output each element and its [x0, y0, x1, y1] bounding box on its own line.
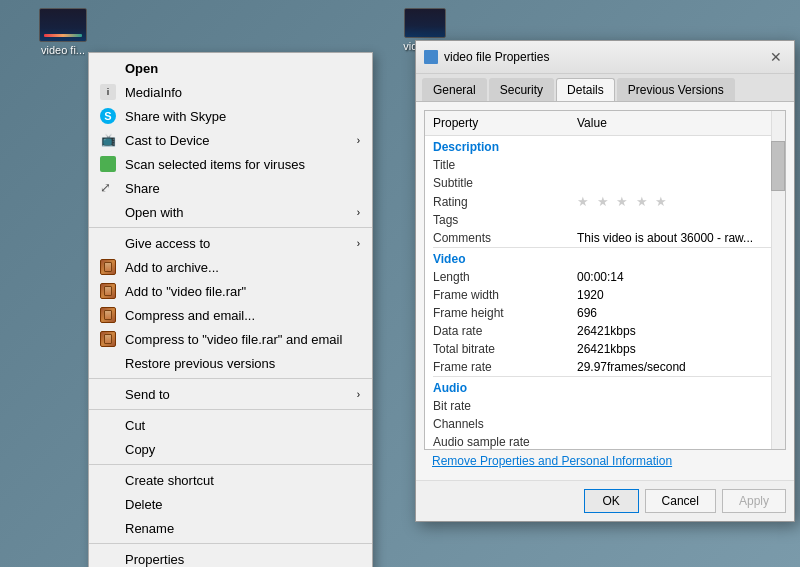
property-name: Data rate: [425, 322, 569, 340]
menu-item-open[interactable]: Open: [89, 56, 372, 80]
property-name: Subtitle: [425, 174, 569, 192]
table-row: Subtitle: [425, 174, 785, 192]
menu-item-add-rar[interactable]: Add to "video file.rar": [89, 279, 372, 303]
rating-stars[interactable]: ★ ★ ★ ★ ★: [577, 194, 669, 209]
menu-label-add-archive: Add to archive...: [125, 260, 360, 275]
property-name: Length: [425, 268, 569, 286]
property-name: Rating: [425, 192, 569, 211]
desktop-icon-video[interactable]: video fi...: [28, 8, 98, 56]
winrar-icon: [100, 331, 116, 347]
menu-label-add-rar: Add to "video file.rar": [125, 284, 360, 299]
menu-label-share-skype: Share with Skype: [125, 109, 360, 124]
remove-properties-link[interactable]: Remove Properties and Personal Informati…: [424, 450, 786, 472]
submenu-arrow-cast: ›: [357, 135, 360, 146]
menu-item-delete[interactable]: Delete: [89, 492, 372, 516]
property-value: [569, 397, 785, 415]
menu-item-give-access[interactable]: Give access to›: [89, 231, 372, 255]
menu-label-open-with: Open with: [125, 205, 357, 220]
table-row: Tags: [425, 211, 785, 229]
property-name: Bit rate: [425, 397, 569, 415]
menu-label-compress-email: Compress and email...: [125, 308, 360, 323]
property-value: 26421kbps: [569, 340, 785, 358]
table-row: Title: [425, 156, 785, 174]
property-name: Title: [425, 156, 569, 174]
menu-label-properties: Properties: [125, 552, 360, 567]
table-row: Frame width1920: [425, 286, 785, 304]
tab-general[interactable]: General: [422, 78, 487, 101]
submenu-arrow-send-to: ›: [357, 389, 360, 400]
menu-item-restore[interactable]: Restore previous versions: [89, 351, 372, 375]
mediainfo-icon: i: [100, 84, 116, 100]
menu-label-copy: Copy: [125, 442, 360, 457]
menu-item-create-shortcut[interactable]: Create shortcut: [89, 468, 372, 492]
menu-item-rename[interactable]: Rename: [89, 516, 372, 540]
menu-item-copy[interactable]: Copy: [89, 437, 372, 461]
desktop: video fi... video file OpeniMediaInfoSSh…: [0, 0, 800, 567]
menu-separator: [89, 543, 372, 544]
scrollbar[interactable]: [771, 111, 785, 449]
property-value: [569, 415, 785, 433]
property-name: Frame rate: [425, 358, 569, 376]
apply-button[interactable]: Apply: [722, 489, 786, 513]
menu-icon-add-archive: [97, 259, 119, 275]
scrollbar-thumb[interactable]: [771, 141, 785, 191]
section-label-video: Video: [425, 248, 785, 268]
cast-icon: 📺: [100, 132, 116, 148]
property-value: 1920: [569, 286, 785, 304]
menu-item-compress-rar-email[interactable]: Compress to "video file.rar" and email: [89, 327, 372, 351]
menu-item-cast[interactable]: 📺Cast to Device›: [89, 128, 372, 152]
table-row: Bit rate: [425, 397, 785, 415]
section-header-description: Description: [425, 136, 785, 157]
menu-item-cut[interactable]: Cut: [89, 413, 372, 437]
share-icon: ⤢: [100, 180, 116, 196]
winrar-icon: [100, 307, 116, 323]
menu-item-scan-virus[interactable]: Scan selected items for viruses: [89, 152, 372, 176]
menu-label-share: Share: [125, 181, 360, 196]
menu-icon-mediainfo: i: [97, 84, 119, 100]
menu-label-scan-virus: Scan selected items for viruses: [125, 157, 360, 172]
tab-security[interactable]: Security: [489, 78, 554, 101]
menu-item-share-skype[interactable]: SShare with Skype: [89, 104, 372, 128]
skype-icon: S: [100, 108, 116, 124]
menu-separator: [89, 409, 372, 410]
property-value: [569, 211, 785, 229]
menu-item-mediainfo[interactable]: iMediaInfo: [89, 80, 372, 104]
menu-icon-share-skype: S: [97, 108, 119, 124]
menu-item-open-with[interactable]: Open with›: [89, 200, 372, 224]
property-name: Channels: [425, 415, 569, 433]
menu-label-create-shortcut: Create shortcut: [125, 473, 360, 488]
tab-previous-versions[interactable]: Previous Versions: [617, 78, 735, 101]
dialog-titlebar[interactable]: video file Properties ✕: [416, 41, 794, 74]
menu-item-add-archive[interactable]: Add to archive...: [89, 255, 372, 279]
video-file-thumbnail2: [404, 8, 446, 38]
menu-item-send-to[interactable]: Send to›: [89, 382, 372, 406]
menu-label-open: Open: [125, 61, 360, 76]
winrar-icon: [100, 259, 116, 275]
menu-item-share[interactable]: ⤢Share: [89, 176, 372, 200]
table-row: Length00:00:14: [425, 268, 785, 286]
menu-icon-compress-rar-email: [97, 331, 119, 347]
tab-details[interactable]: Details: [556, 78, 615, 101]
dialog-content: Property Value DescriptionTitleSubtitleR…: [416, 102, 794, 480]
cancel-button[interactable]: Cancel: [645, 489, 716, 513]
dialog-close-button[interactable]: ✕: [766, 47, 786, 67]
menu-icon-scan-virus: [97, 156, 119, 172]
dialog-title: video file Properties: [444, 50, 766, 64]
menu-separator: [89, 227, 372, 228]
menu-item-compress-email[interactable]: Compress and email...: [89, 303, 372, 327]
dialog-footer: OK Cancel Apply: [416, 480, 794, 521]
property-name: Tags: [425, 211, 569, 229]
menu-separator: [89, 464, 372, 465]
property-value: 26421kbps: [569, 322, 785, 340]
section-header-audio: Audio: [425, 377, 785, 397]
table-row: CommentsThis video is about 36000 - raw.…: [425, 229, 785, 247]
menu-icon-compress-email: [97, 307, 119, 323]
dialog-icon: [424, 50, 438, 64]
menu-label-cut: Cut: [125, 418, 360, 433]
col-header-value: Value: [569, 111, 785, 136]
property-name: Audio sample rate: [425, 433, 569, 450]
table-row: Audio sample rate: [425, 433, 785, 450]
property-name: Total bitrate: [425, 340, 569, 358]
ok-button[interactable]: OK: [584, 489, 639, 513]
menu-item-properties[interactable]: Properties: [89, 547, 372, 567]
